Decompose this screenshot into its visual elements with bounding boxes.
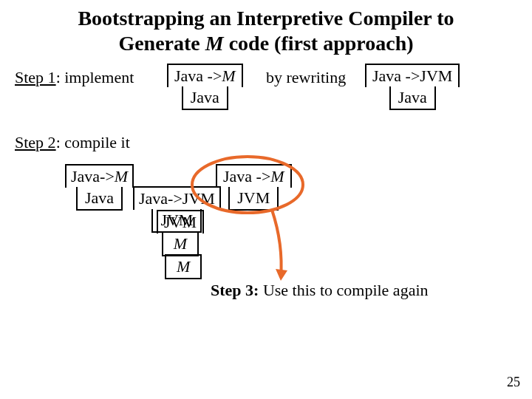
t-diagram-java-jvm-java: Java ->JVM Java (365, 64, 460, 110)
s2c-bot: JVM (228, 187, 279, 211)
step2-label: Step 2: compile it (15, 133, 130, 152)
arrow-curve-icon (272, 210, 282, 278)
s2c-top: Java ->M (216, 164, 292, 188)
step1-prefix: Step 1 (15, 68, 56, 86)
slide-title: Bootstrapping an Interpretive Compiler t… (0, 6, 532, 55)
t1-bot: Java (182, 86, 228, 110)
t-diagram-s2c: Java ->M JVM (216, 164, 292, 211)
arrow-head-icon (276, 269, 287, 281)
t-diagram-s2d: JVM M (157, 210, 204, 256)
title-line2-m: M (205, 32, 224, 55)
s2e-m: M (165, 254, 202, 279)
s2d-top: JVM (157, 210, 204, 233)
t-diagram-java-m-java: Java ->M Java (167, 64, 243, 110)
title-line2b: code (first approach) (224, 32, 414, 55)
step1-mid: by rewriting (266, 68, 346, 87)
step3-prefix: Step 3: (211, 281, 259, 299)
step1-rest: : implement (56, 68, 134, 86)
s2b-top: Java->JVM (133, 186, 221, 210)
title-line2a: Generate (118, 32, 205, 55)
step3-rest: Use this to compile again (259, 281, 428, 299)
page-number: 25 (507, 375, 520, 390)
step1-label: Step 1: implement (15, 68, 134, 87)
t1-top: Java ->M (167, 64, 243, 87)
s2a-top: Java->M (65, 164, 134, 188)
s2a-bot: Java (76, 187, 123, 211)
s2d-bot: M (162, 233, 199, 256)
step2-prefix: Step 2 (15, 133, 56, 151)
t-diagram-s2e: M (165, 254, 202, 279)
step3-label: Step 3: Use this to compile again (211, 281, 429, 300)
title-line1: Bootstrapping an Interpretive Compiler t… (78, 7, 454, 30)
t2-top: Java ->JVM (365, 64, 460, 87)
t-diagram-s2a: Java->M Java (65, 164, 134, 211)
t2-bot: Java (389, 86, 436, 110)
step2-rest: : compile it (56, 133, 130, 151)
